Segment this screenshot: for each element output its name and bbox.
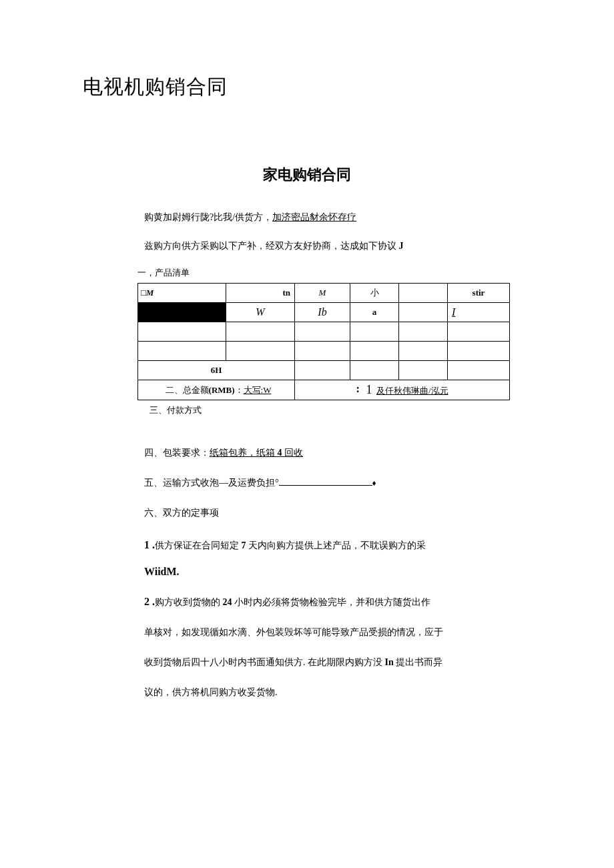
cell bbox=[448, 361, 510, 380]
amount-one: 1 bbox=[366, 383, 372, 396]
clause-2f: 收到货物后四十八小时内书面通知供方. 在此期限内购方没 bbox=[144, 657, 385, 667]
clause-1d: 天内向购方提供上述产品，不耽误购方的采 bbox=[246, 540, 426, 550]
clause-2c: 24 bbox=[223, 597, 232, 607]
clause-1: 1 .供方保证在合同短定 7 天内向购方提供上述产品，不耽误购方的采 bbox=[83, 533, 531, 556]
cell bbox=[399, 342, 448, 361]
hdr-col-6: stir bbox=[448, 284, 510, 303]
clause-2g: In bbox=[385, 657, 394, 667]
hdr-col-3: M bbox=[295, 284, 350, 303]
cell bbox=[448, 342, 510, 361]
cell bbox=[399, 322, 448, 342]
table-row bbox=[138, 342, 510, 361]
clause-2d: 小时内必须将货物检验完毕，并和供方随货出作 bbox=[232, 597, 431, 607]
table-header-row: □M tn M 小 stir bbox=[138, 284, 510, 303]
hdr-col-5 bbox=[399, 284, 448, 303]
page-title: 电视机购销合同 bbox=[83, 73, 531, 101]
cell bbox=[350, 322, 399, 342]
clause-1b: 供方保证在合同短定 bbox=[155, 540, 242, 550]
cell-6h: 6H bbox=[138, 361, 295, 380]
cell bbox=[226, 322, 295, 342]
intro-line-1: 购黄加尉姆行陇?比我/供货方，加济密品豺余怀存疗 bbox=[83, 209, 531, 227]
clause-2-line4: 议的，供方将机同购方收妥货物. bbox=[83, 683, 531, 703]
cell: I bbox=[448, 303, 510, 322]
clause-2b: 购方收到货物的 bbox=[155, 597, 223, 607]
intro-line-2a: 兹购方向供方采购以下产补，经双方友好协商，达成如下协议 bbox=[144, 241, 399, 251]
amount-left-cell: 二、总金额(RMB)：大写:W bbox=[138, 380, 295, 400]
table-row bbox=[138, 322, 510, 342]
amount-label-a: 二、总金额 bbox=[166, 385, 209, 395]
clause-2-line1: 2 .购方收到货物的 24 小时内必须将货物检验完毕，并和供方随货出作 bbox=[83, 590, 531, 613]
amount-label-b: (RMB) bbox=[209, 385, 235, 395]
cell bbox=[226, 342, 295, 361]
cell: a bbox=[350, 303, 399, 322]
intro-line-2: 兹购方向供方采购以下产补，经双方友好协商，达成如下协议 J bbox=[83, 238, 531, 256]
intro-line-1a: 购黄加尉姆行陇?比我/供货方， bbox=[144, 212, 272, 222]
intro-line-1b: 加济密品豺余怀存疗 bbox=[272, 212, 356, 222]
hdr-col-1: □M bbox=[138, 284, 226, 303]
hdr-col-4: 小 bbox=[350, 284, 399, 303]
sub-title: 家电购销合同 bbox=[83, 165, 531, 185]
clause-1-num: 1 . bbox=[144, 539, 155, 550]
cell bbox=[295, 342, 350, 361]
table-row: 6H bbox=[138, 361, 510, 380]
product-table: □M tn M 小 stir W Ib a I bbox=[137, 283, 510, 400]
section-5: 五、运输方式收泡—及运费负担°♦ bbox=[83, 473, 531, 494]
section-4a: 四、包装要求： bbox=[144, 448, 210, 458]
section-5a: 五、运输方式收泡—及运费负担° bbox=[144, 478, 279, 488]
blank-line bbox=[279, 485, 372, 486]
cell bbox=[448, 322, 510, 342]
section-6: 六、双方的定事项 bbox=[83, 503, 531, 524]
amount-colon: : bbox=[356, 383, 359, 394]
cell bbox=[295, 322, 350, 342]
section-3-label: 三、付款方式 bbox=[149, 404, 531, 416]
cell: W bbox=[226, 303, 295, 322]
amount-label-d: 大写:W bbox=[244, 385, 272, 395]
cell-black bbox=[138, 303, 226, 322]
section-1-label: 一，产品清单 bbox=[137, 267, 531, 279]
intro-line-2b: J bbox=[399, 241, 404, 251]
clause-2-line2: 单核对，如发现循如水滴、外包装毁坏等可能导致产品受损的情况，应于 bbox=[83, 622, 531, 643]
diamond-icon: ♦ bbox=[372, 478, 376, 488]
cell bbox=[399, 303, 448, 322]
amount-label-c: ： bbox=[235, 385, 244, 395]
wiidm-text: WiidM. bbox=[83, 566, 531, 578]
amount-text: 及仟秋伟琳曲/泓元 bbox=[376, 386, 448, 396]
cell bbox=[350, 361, 399, 380]
document-page: 电视机购销合同 家电购销合同 购黄加尉姆行陇?比我/供货方，加济密品豺余怀存疗 … bbox=[0, 0, 614, 765]
table-row: W Ib a I bbox=[138, 303, 510, 322]
hdr-col-2: tn bbox=[226, 284, 295, 303]
cell bbox=[399, 361, 448, 380]
clause-2h: 提出书而异 bbox=[394, 657, 443, 667]
amount-row: 二、总金额(RMB)：大写:W : 1 及仟秋伟琳曲/泓元 bbox=[138, 380, 510, 400]
cell bbox=[295, 361, 350, 380]
clause-2-line3: 收到货物后四十八小时内书面通知供方. 在此期限内购方没 In 提出书而异 bbox=[83, 653, 531, 673]
section-4b: 纸箱包养，纸箱 4 回收 bbox=[210, 448, 303, 458]
clause-1c: 7 bbox=[242, 540, 246, 550]
cell bbox=[138, 342, 226, 361]
section-4: 四、包装要求：纸箱包养，纸箱 4 回收 bbox=[83, 443, 531, 464]
amount-right-cell: : 1 及仟秋伟琳曲/泓元 bbox=[295, 380, 510, 400]
cell bbox=[350, 342, 399, 361]
clause-2-num: 2 . bbox=[144, 596, 155, 607]
cell bbox=[138, 322, 226, 342]
cell: Ib bbox=[295, 303, 350, 322]
